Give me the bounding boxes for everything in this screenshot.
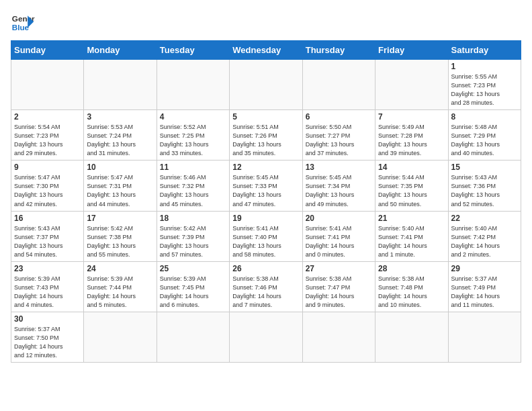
calendar-table: SundayMondayTuesdayWednesdayThursdayFrid… — [11, 40, 521, 363]
calendar-row-3: 9Sunrise: 5:47 AM Sunset: 7:30 PM Daylig… — [11, 161, 521, 211]
day-number: 3 — [87, 112, 153, 122]
calendar-cell — [230, 60, 302, 110]
calendar-cell: 18Sunrise: 5:42 AM Sunset: 7:39 PM Dayli… — [157, 211, 229, 261]
weekday-header-friday: Friday — [375, 41, 448, 60]
day-number: 22 — [451, 214, 518, 223]
day-info: Sunrise: 5:38 AM Sunset: 7:47 PM Dayligh… — [306, 275, 372, 310]
day-info: Sunrise: 5:44 AM Sunset: 7:35 PM Dayligh… — [378, 173, 445, 208]
day-info: Sunrise: 5:43 AM Sunset: 7:37 PM Dayligh… — [14, 224, 81, 259]
calendar-row-2: 2Sunrise: 5:54 AM Sunset: 7:23 PM Daylig… — [11, 110, 521, 161]
calendar-cell: 29Sunrise: 5:37 AM Sunset: 7:49 PM Dayli… — [448, 261, 521, 312]
day-number: 6 — [306, 112, 372, 122]
day-info: Sunrise: 5:51 AM Sunset: 7:26 PM Dayligh… — [232, 123, 299, 158]
day-number: 25 — [160, 264, 226, 273]
day-info: Sunrise: 5:48 AM Sunset: 7:29 PM Dayligh… — [451, 123, 518, 158]
calendar-cell: 23Sunrise: 5:39 AM Sunset: 7:43 PM Dayli… — [11, 261, 84, 312]
calendar-cell: 12Sunrise: 5:45 AM Sunset: 7:33 PM Dayli… — [230, 161, 302, 211]
day-number: 14 — [378, 163, 445, 172]
day-number: 7 — [378, 112, 445, 122]
calendar-cell: 9Sunrise: 5:47 AM Sunset: 7:30 PM Daylig… — [11, 161, 84, 211]
day-info: Sunrise: 5:49 AM Sunset: 7:28 PM Dayligh… — [378, 123, 445, 158]
calendar-cell: 30Sunrise: 5:37 AM Sunset: 7:50 PM Dayli… — [11, 312, 84, 362]
calendar-cell: 11Sunrise: 5:46 AM Sunset: 7:32 PM Dayli… — [157, 161, 229, 211]
day-number: 29 — [451, 264, 518, 273]
calendar-cell: 10Sunrise: 5:47 AM Sunset: 7:31 PM Dayli… — [84, 161, 157, 211]
day-number: 13 — [306, 163, 372, 172]
day-number: 16 — [14, 214, 81, 223]
calendar-cell — [84, 60, 157, 110]
calendar-cell — [157, 312, 229, 362]
calendar-cell: 14Sunrise: 5:44 AM Sunset: 7:35 PM Dayli… — [375, 161, 448, 211]
day-number: 19 — [232, 214, 299, 223]
day-number: 2 — [14, 112, 81, 122]
calendar-cell: 8Sunrise: 5:48 AM Sunset: 7:29 PM Daylig… — [448, 110, 521, 161]
day-info: Sunrise: 5:45 AM Sunset: 7:33 PM Dayligh… — [232, 173, 299, 208]
day-number: 10 — [87, 163, 153, 172]
calendar-cell: 21Sunrise: 5:40 AM Sunset: 7:41 PM Dayli… — [375, 211, 448, 261]
weekday-header-tuesday: Tuesday — [157, 41, 229, 60]
day-info: Sunrise: 5:54 AM Sunset: 7:23 PM Dayligh… — [14, 123, 81, 158]
day-info: Sunrise: 5:40 AM Sunset: 7:42 PM Dayligh… — [451, 224, 518, 259]
calendar-row-6: 30Sunrise: 5:37 AM Sunset: 7:50 PM Dayli… — [11, 312, 521, 362]
calendar-cell — [302, 60, 375, 110]
svg-text:Blue: Blue — [12, 23, 30, 32]
day-info: Sunrise: 5:50 AM Sunset: 7:27 PM Dayligh… — [306, 123, 372, 158]
day-info: Sunrise: 5:45 AM Sunset: 7:34 PM Dayligh… — [306, 173, 372, 208]
header: General Blue — [11, 11, 521, 35]
calendar-cell: 17Sunrise: 5:42 AM Sunset: 7:38 PM Dayli… — [84, 211, 157, 261]
day-info: Sunrise: 5:41 AM Sunset: 7:41 PM Dayligh… — [306, 224, 372, 259]
day-number: 9 — [14, 163, 81, 172]
day-info: Sunrise: 5:39 AM Sunset: 7:44 PM Dayligh… — [87, 275, 153, 310]
logo: General Blue — [11, 11, 35, 35]
calendar-row-4: 16Sunrise: 5:43 AM Sunset: 7:37 PM Dayli… — [11, 211, 521, 261]
day-number: 12 — [232, 163, 299, 172]
calendar-cell: 15Sunrise: 5:43 AM Sunset: 7:36 PM Dayli… — [448, 161, 521, 211]
day-info: Sunrise: 5:37 AM Sunset: 7:49 PM Dayligh… — [451, 275, 518, 310]
day-info: Sunrise: 5:46 AM Sunset: 7:32 PM Dayligh… — [160, 173, 226, 208]
calendar-cell: 22Sunrise: 5:40 AM Sunset: 7:42 PM Dayli… — [448, 211, 521, 261]
calendar-cell — [448, 312, 521, 362]
weekday-header-monday: Monday — [84, 41, 157, 60]
calendar-cell: 16Sunrise: 5:43 AM Sunset: 7:37 PM Dayli… — [11, 211, 84, 261]
day-info: Sunrise: 5:38 AM Sunset: 7:48 PM Dayligh… — [378, 275, 445, 310]
day-number: 24 — [87, 264, 153, 273]
calendar-cell — [11, 60, 84, 110]
day-number: 27 — [306, 264, 372, 273]
day-number: 23 — [14, 264, 81, 273]
calendar-cell: 6Sunrise: 5:50 AM Sunset: 7:27 PM Daylig… — [302, 110, 375, 161]
calendar-cell: 25Sunrise: 5:39 AM Sunset: 7:45 PM Dayli… — [157, 261, 229, 312]
calendar-row-1: 1Sunrise: 5:55 AM Sunset: 7:23 PM Daylig… — [11, 60, 521, 110]
day-info: Sunrise: 5:53 AM Sunset: 7:24 PM Dayligh… — [87, 123, 153, 158]
weekday-header-saturday: Saturday — [448, 41, 521, 60]
calendar-cell: 2Sunrise: 5:54 AM Sunset: 7:23 PM Daylig… — [11, 110, 84, 161]
calendar-cell: 1Sunrise: 5:55 AM Sunset: 7:23 PM Daylig… — [448, 60, 521, 110]
calendar-cell — [302, 312, 375, 362]
day-info: Sunrise: 5:41 AM Sunset: 7:40 PM Dayligh… — [232, 224, 299, 259]
calendar-cell: 28Sunrise: 5:38 AM Sunset: 7:48 PM Dayli… — [375, 261, 448, 312]
day-number: 11 — [160, 163, 226, 172]
day-number: 15 — [451, 163, 518, 172]
weekday-header-sunday: Sunday — [11, 41, 84, 60]
calendar-cell — [375, 60, 448, 110]
calendar-cell — [230, 312, 302, 362]
calendar-cell: 3Sunrise: 5:53 AM Sunset: 7:24 PM Daylig… — [84, 110, 157, 161]
calendar-cell: 4Sunrise: 5:52 AM Sunset: 7:25 PM Daylig… — [157, 110, 229, 161]
day-info: Sunrise: 5:39 AM Sunset: 7:45 PM Dayligh… — [160, 275, 226, 310]
day-info: Sunrise: 5:40 AM Sunset: 7:41 PM Dayligh… — [378, 224, 445, 259]
calendar-cell: 20Sunrise: 5:41 AM Sunset: 7:41 PM Dayli… — [302, 211, 375, 261]
day-number: 26 — [232, 264, 299, 273]
day-info: Sunrise: 5:39 AM Sunset: 7:43 PM Dayligh… — [14, 275, 81, 310]
day-number: 1 — [451, 62, 518, 71]
day-number: 30 — [14, 314, 81, 324]
day-info: Sunrise: 5:42 AM Sunset: 7:39 PM Dayligh… — [160, 224, 226, 259]
day-info: Sunrise: 5:47 AM Sunset: 7:31 PM Dayligh… — [87, 173, 153, 208]
day-number: 20 — [306, 214, 372, 223]
day-number: 17 — [87, 214, 153, 223]
weekday-header-row: SundayMondayTuesdayWednesdayThursdayFrid… — [11, 41, 521, 60]
calendar-cell: 26Sunrise: 5:38 AM Sunset: 7:46 PM Dayli… — [230, 261, 302, 312]
calendar-cell: 5Sunrise: 5:51 AM Sunset: 7:26 PM Daylig… — [230, 110, 302, 161]
day-number: 8 — [451, 112, 518, 122]
day-info: Sunrise: 5:42 AM Sunset: 7:38 PM Dayligh… — [87, 224, 153, 259]
day-info: Sunrise: 5:55 AM Sunset: 7:23 PM Dayligh… — [451, 73, 518, 107]
calendar-cell — [375, 312, 448, 362]
